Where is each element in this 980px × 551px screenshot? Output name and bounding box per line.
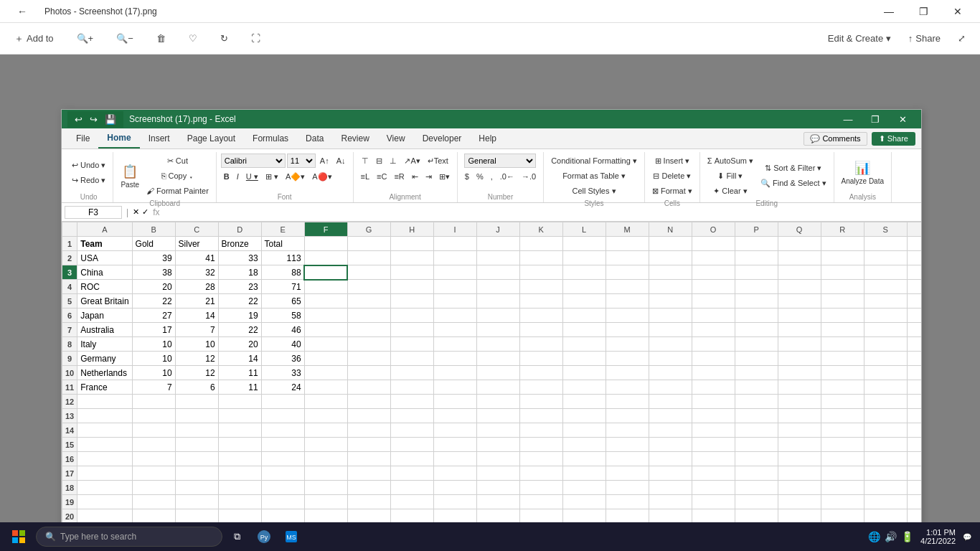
cell-C1[interactable]: Silver (175, 237, 218, 251)
col-header-E[interactable]: E (261, 222, 304, 237)
cell-E13[interactable] (261, 409, 304, 423)
cell-A13[interactable] (77, 409, 132, 423)
underline-button[interactable]: U ▾ (243, 169, 261, 184)
cell-L9[interactable] (562, 352, 606, 366)
font-color-button[interactable]: A🔴▾ (309, 169, 334, 184)
cell-S18[interactable] (864, 481, 907, 495)
cell-R11[interactable] (821, 380, 864, 395)
cell-M8[interactable] (606, 337, 649, 352)
cell-H14[interactable] (390, 423, 433, 438)
formula-input[interactable] (164, 207, 918, 217)
cell-H7[interactable] (390, 323, 433, 337)
tab-view[interactable]: View (378, 128, 414, 149)
cell-D4[interactable]: 23 (218, 280, 261, 294)
col-header-R[interactable]: R (821, 222, 864, 237)
cell-N16[interactable] (649, 452, 692, 466)
cell-A11[interactable]: France (77, 380, 132, 395)
cell-N2[interactable] (649, 251, 692, 265)
cell-E19[interactable] (261, 495, 304, 509)
table-row[interactable]: 9Germany10121436 (62, 352, 922, 366)
undo-button[interactable]: ↩ Undo ▾ (69, 158, 108, 172)
cell-D2[interactable]: 33 (218, 251, 261, 265)
col-header-G[interactable]: G (347, 222, 390, 237)
cell-B17[interactable] (132, 466, 175, 481)
cell-O13[interactable] (692, 409, 735, 423)
tab-data[interactable]: Data (297, 128, 332, 149)
save-qat-button[interactable]: 💾 (102, 113, 119, 126)
cell-E7[interactable]: 46 (261, 323, 304, 337)
cell-C16[interactable] (175, 452, 218, 466)
cell-D7[interactable]: 22 (218, 323, 261, 337)
tab-help[interactable]: Help (470, 128, 505, 149)
cell-H6[interactable] (390, 309, 433, 323)
cell-F4[interactable] (304, 280, 347, 294)
cell-D10[interactable]: 11 (218, 366, 261, 380)
cell-G13[interactable] (347, 409, 390, 423)
cell-A19[interactable] (77, 495, 132, 509)
cell-J9[interactable] (476, 352, 519, 366)
clear-button[interactable]: ✦ Clear ▾ (705, 184, 756, 198)
cell-N18[interactable] (649, 481, 692, 495)
cell-I13[interactable] (433, 409, 476, 423)
tab-formulas[interactable]: Formulas (244, 128, 297, 149)
cell-M7[interactable] (606, 323, 649, 337)
redo-button[interactable]: ↪ Redo ▾ (69, 173, 108, 187)
cell-R19[interactable] (821, 495, 864, 509)
cell-I10[interactable] (433, 366, 476, 380)
cell-F3[interactable] (304, 265, 347, 280)
cell-F5[interactable] (304, 294, 347, 309)
cell-D11[interactable]: 11 (218, 380, 261, 395)
cell-O7[interactable] (692, 323, 735, 337)
cell-G10[interactable] (347, 366, 390, 380)
cell-S8[interactable] (864, 337, 907, 352)
cell-J19[interactable] (476, 495, 519, 509)
cell-K8[interactable] (519, 337, 562, 352)
col-header-I[interactable]: I (433, 222, 476, 237)
cell-N5[interactable] (649, 294, 692, 309)
cell-E17[interactable] (261, 466, 304, 481)
cell-E14[interactable] (261, 423, 304, 438)
angle-text-button[interactable]: ↗A▾ (401, 154, 423, 168)
cell-B11[interactable]: 7 (132, 380, 175, 395)
maximize-button[interactable]: ❐ (907, 0, 940, 23)
number-format-select[interactable]: General (464, 154, 536, 168)
zoom-in-button[interactable]: 🔍+ (71, 30, 100, 47)
cell-S6[interactable] (864, 309, 907, 323)
cell-B6[interactable]: 27 (132, 309, 175, 323)
cell-D5[interactable]: 22 (218, 294, 261, 309)
cell-R7[interactable] (821, 323, 864, 337)
cell-E16[interactable] (261, 452, 304, 466)
cell-T12[interactable] (907, 395, 921, 409)
align-bottom-button[interactable]: ⊥ (387, 154, 400, 168)
cell-G9[interactable] (347, 352, 390, 366)
cell-E9[interactable]: 36 (261, 352, 304, 366)
cell-K15[interactable] (519, 438, 562, 452)
row-header-6[interactable]: 6 (62, 309, 77, 323)
cell-T3[interactable] (907, 265, 921, 280)
cell-I16[interactable] (433, 452, 476, 466)
cell-G2[interactable] (347, 251, 390, 265)
cell-F1[interactable] (304, 237, 347, 251)
cell-H9[interactable] (390, 352, 433, 366)
tab-file[interactable]: File (67, 128, 98, 149)
align-top-button[interactable]: ⊤ (359, 154, 372, 168)
cell-L6[interactable] (562, 309, 606, 323)
cell-L16[interactable] (562, 452, 606, 466)
cell-J8[interactable] (476, 337, 519, 352)
wrap-text-button[interactable]: ↵Text (425, 154, 451, 168)
cell-F2[interactable] (304, 251, 347, 265)
cell-T19[interactable] (907, 495, 921, 509)
cell-D3[interactable]: 18 (218, 265, 261, 280)
table-row[interactable]: 11France761124 (62, 380, 922, 395)
cell-I2[interactable] (433, 251, 476, 265)
cell-H4[interactable] (390, 280, 433, 294)
cell-S16[interactable] (864, 452, 907, 466)
resize-button[interactable]: ⤢ (952, 30, 971, 47)
cell-L20[interactable] (562, 509, 606, 523)
cell-O20[interactable] (692, 509, 735, 523)
cell-A20[interactable] (77, 509, 132, 523)
cell-M5[interactable] (606, 294, 649, 309)
cell-R8[interactable] (821, 337, 864, 352)
cell-P8[interactable] (735, 337, 778, 352)
cell-Q11[interactable] (778, 380, 821, 395)
